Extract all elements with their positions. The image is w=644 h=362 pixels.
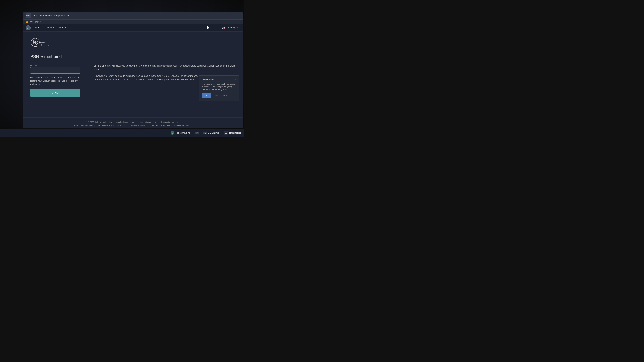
footer-link-eula[interactable]: EULA [74,124,78,126]
email-label: ✉ E-mail [30,64,80,66]
form-section: ✉ E-mail Please enter a valid email addr… [30,64,80,96]
ps-reload-action: ▲ Перезагрузить [170,131,190,135]
cookie-actions: OK Cookie policy ↗ [202,93,236,98]
browser-titlebar: www Gaijin Entertainment - Single Sign O… [24,12,242,19]
website-content: G Store Games ▼ Support ▼ 🇬🇧 Language ▼ [24,24,242,128]
footer-link-tos[interactable]: Terms of Service [81,124,94,126]
cookie-policy-icon: ↗ [226,94,227,97]
nav-language[interactable]: 🇬🇧 Language ▼ [220,26,240,29]
gaijin-logo: G aijin entertainment [30,36,236,49]
ps-params-action: ☰ Параметры [224,131,241,135]
footer-link-cookies[interactable]: Cookie-files [149,124,158,126]
svg-text:G: G [33,39,36,45]
address-text: login.gaijin.net [30,21,42,23]
cookie-close-button[interactable]: ✕ [234,78,236,81]
main-content: G aijin entertainment PSN e-mail bind ✉ … [24,31,242,117]
footer-link-content[interactable]: Guidelines for content c [173,124,192,126]
footer: © 2023 Gaijin Network Ltd. All trademark… [24,117,242,128]
nav-store[interactable]: Store [32,24,42,31]
footer-link-promo[interactable]: Promo rules [161,124,170,126]
cookie-header: Cookie-files ✕ [202,78,236,81]
ps-r3-button[interactable]: R3 [203,132,207,134]
cookie-ok-button[interactable]: OK [202,93,211,98]
gaijin-logo-svg: G aijin entertainment [30,36,52,48]
ps-triangle-button[interactable]: ▲ [170,131,174,135]
browser-addressbar: 🔒 login.gaijin.net [24,19,242,24]
support-chevron-icon: ▼ [67,27,69,29]
games-chevron-icon: ▼ [52,27,54,29]
footer-copyright: © 2023 Gaijin Network Ltd. All trademark… [26,121,240,123]
footer-link-privacy[interactable]: Gaijin Privacy Policy [97,124,114,126]
lock-icon: 🔒 [26,21,28,23]
footer-link-community[interactable]: Community Guidelines [128,124,146,126]
nav-logo-icon: G [26,25,31,30]
footer-link-gamerules[interactable]: Game rules [116,124,126,126]
validation-text: Please enter a valid email address, so t… [30,76,80,86]
ps-menu-button[interactable]: ☰ [224,131,228,135]
ps-l3-button[interactable]: L3 [196,132,200,134]
browser-icon: www [26,13,31,18]
page-title: PSN e-mail bind [30,54,236,59]
info-paragraph-1: Linking an email will allow you to play … [94,64,236,71]
cookie-text: This website uses cookies. By continuing… [202,83,236,91]
cookie-policy-link[interactable]: Cookie policy ↗ [214,94,227,97]
svg-text:aijin: aijin [39,40,46,45]
cookie-title: Cookie-files [202,78,214,81]
email-input[interactable] [30,67,80,73]
browser-window: www Gaijin Entertainment - Single Sign O… [24,12,242,128]
cookie-popup: Cookie-files ✕ This website uses cookies… [199,75,239,101]
ps-scale-action: L3 / R3 / Масштаб [196,132,219,134]
flag-icon: 🇬🇧 [222,27,226,29]
svg-text:entertainment: entertainment [36,45,49,46]
email-icon: ✉ [30,64,32,66]
ps-toolbar: ▲ Перезагрузить L3 / R3 / Масштаб ☰ Пара… [0,129,244,137]
nav-support[interactable]: Support ▼ [56,24,71,31]
nav-games[interactable]: Games ▼ [42,24,56,31]
navbar: G Store Games ▼ Support ▼ 🇬🇧 Language ▼ [24,24,242,31]
bind-button[interactable]: BIND [30,89,80,96]
footer-links: EULA Terms of Service Gaijin Privacy Pol… [26,124,240,126]
language-chevron-icon: ▼ [237,27,239,29]
browser-title: Gaijin Entertainment - Single Sign On [32,14,69,17]
svg-text:G: G [27,26,29,29]
